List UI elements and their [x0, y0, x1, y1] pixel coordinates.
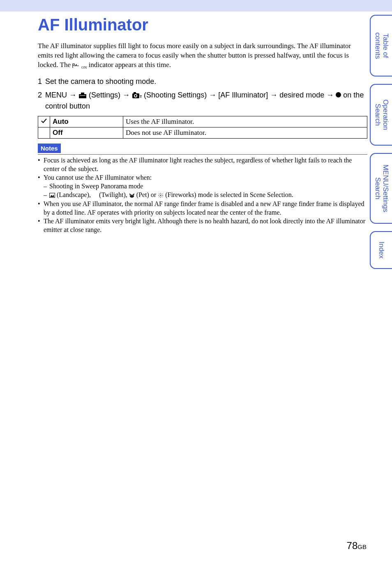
step-2-number: 2 — [38, 90, 42, 112]
step-2-desired: desired mode — [277, 91, 326, 99]
svg-rect-2 — [80, 95, 85, 96]
list-item: The AF illuminator emits very bright lig… — [38, 217, 367, 234]
step-2-shooting: (Shooting Settings) — [144, 91, 209, 99]
svg-point-11 — [132, 195, 133, 196]
page-title: AF Illuminator — [38, 16, 367, 34]
af-indicator-icon: ON — [72, 60, 87, 70]
setting-desc: Does not use AF illuminator. — [123, 127, 367, 138]
intro-text-suffix: indicator appears at this time. — [88, 61, 171, 69]
arrow-icon: → — [270, 91, 277, 99]
arrow-icon: → — [326, 91, 334, 99]
notes-sublist: Shooting in Sweep Panorama mode (Landsca… — [44, 182, 367, 199]
intro-paragraph: The AF illuminator supplies fill light t… — [38, 42, 367, 70]
list-item: Shooting in Sweep Panorama mode — [44, 182, 367, 191]
list-item: You cannot use the AF illuminator when: … — [38, 174, 367, 199]
tab-index[interactable]: Index — [370, 231, 392, 269]
svg-point-6 — [135, 95, 136, 97]
twilight-icon — [92, 191, 99, 198]
pet-icon — [129, 191, 136, 198]
step-1: 1 Set the camera to shooting mode. — [38, 76, 367, 87]
setting-desc: Uses the AF illuminator. — [123, 116, 367, 127]
svg-line-17 — [162, 197, 163, 197]
check-cell — [38, 116, 50, 127]
page-number: 78GB — [347, 540, 367, 551]
notes-heading: Notes — [38, 144, 61, 153]
tab-table-of-contents[interactable]: Table of contents — [370, 15, 392, 76]
list-item: When you use AF illuminator, the normal … — [38, 200, 367, 217]
check-cell-empty — [38, 127, 50, 138]
tab-menu-settings-search[interactable]: MENU/Settings Search — [370, 153, 392, 224]
page-suffix: GB — [357, 543, 367, 550]
svg-text:T: T — [140, 95, 142, 99]
notes-divider — [38, 154, 367, 155]
setting-label: Auto — [50, 116, 123, 127]
step-2-menu-prefix: MENU — [45, 91, 69, 99]
note-fireworks: (Fireworks) mode is selected in Scene Se… — [165, 191, 293, 198]
svg-point-10 — [131, 195, 131, 196]
center-button-icon — [336, 92, 341, 97]
step-2-settings: (Settings) — [89, 91, 122, 99]
note-twilight: (Twilight), — [99, 191, 129, 198]
svg-point-20 — [160, 195, 161, 196]
fireworks-icon — [158, 191, 165, 198]
svg-line-18 — [162, 194, 163, 195]
camera-gear-icon: T — [132, 91, 144, 99]
step-2-af: [AF Illuminator] — [216, 91, 270, 99]
notes-section: Notes Focus is achieved as long as the A… — [38, 144, 367, 234]
table-row: Off Does not use AF illuminator. — [38, 127, 367, 138]
step-1-number: 1 — [38, 76, 42, 87]
note-pet: (Pet) or — [136, 191, 158, 198]
tab-toc-label: Table of contents — [374, 32, 389, 59]
notes-list: Focus is achieved as long as the AF illu… — [38, 156, 367, 234]
setting-label: Off — [50, 127, 123, 138]
list-item: Focus is achieved as long as the AF illu… — [38, 156, 367, 174]
svg-point-9 — [130, 195, 134, 198]
table-row: Auto Uses the AF illuminator. — [38, 116, 367, 127]
tab-index-label: Index — [378, 241, 385, 259]
list-item: (Landscape), (Twilight), — [44, 191, 367, 199]
arrow-icon: → — [209, 91, 216, 99]
note-landscape: (Landscape), — [57, 191, 92, 198]
svg-rect-0 — [79, 94, 86, 98]
settings-table: Auto Uses the AF illuminator. Off Does n… — [38, 116, 367, 139]
svg-line-19 — [159, 197, 160, 197]
step-2-text: MENU → (Settings) → T (Shooting Set — [45, 90, 367, 112]
arrow-icon: → — [69, 91, 76, 99]
landscape-icon — [49, 191, 57, 198]
note-text: You cannot use the AF illuminator when: — [44, 174, 152, 181]
step-2: 2 MENU → (Settings) → T — [38, 90, 367, 112]
tab-menu-label: MENU/Settings Search — [374, 164, 389, 212]
page-num-value: 78 — [347, 540, 358, 551]
top-decorative-band — [0, 0, 392, 12]
side-tabs: Table of contents Operation Search MENU/… — [370, 15, 392, 276]
tab-op-label: Operation Search — [374, 100, 389, 130]
svg-rect-1 — [81, 93, 84, 94]
main-content: AF Illuminator The AF illuminator suppli… — [0, 12, 392, 234]
svg-rect-4 — [134, 92, 136, 94]
indicator-on-sub: ON — [81, 66, 87, 70]
tab-operation-search[interactable]: Operation Search — [370, 84, 392, 146]
check-icon — [41, 118, 47, 124]
step-1-text: Set the camera to shooting mode. — [45, 76, 367, 87]
arrow-icon: → — [122, 91, 130, 99]
toolbox-icon — [78, 91, 89, 99]
svg-line-16 — [159, 194, 160, 195]
